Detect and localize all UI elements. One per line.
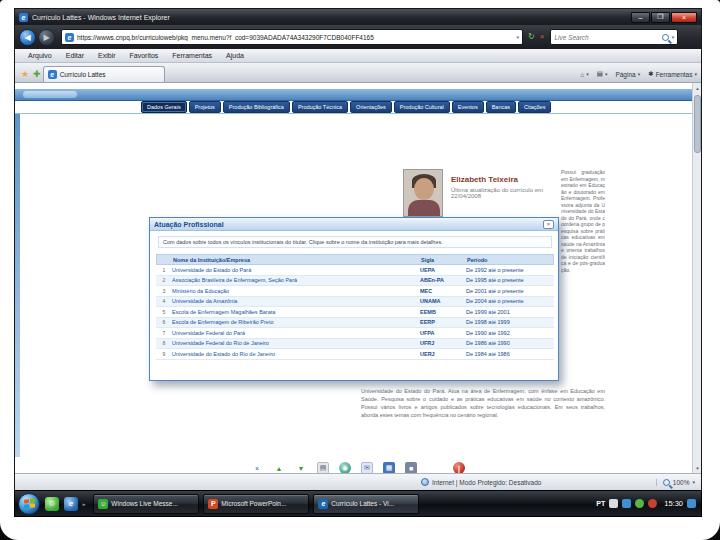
institution-periodo: De 1986 até 1990 [466,340,552,346]
save-icon[interactable]: ▦ [383,462,395,473]
lattes-tab-citacoes[interactable]: Citações [518,101,551,113]
dialog-title: Atuação Profissional [154,221,224,228]
help-icon[interactable]: ■ [405,462,417,473]
institution-link[interactable]: Ministério da Educação [172,288,420,294]
zoom-level: 100% [673,479,690,486]
refresh-icon[interactable]: ↻ [528,33,535,41]
address-favicon: e [65,33,74,42]
lattes-tab-bancas[interactable]: Bancas [486,101,516,113]
quicklaunch-chevron-icon[interactable]: » [82,501,85,507]
globe-icon[interactable]: ◉ [339,462,351,473]
messenger-icon: ☺ [98,499,108,509]
institution-sigla: UFPA [420,330,466,336]
institution-sigla: UFRJ [420,340,466,346]
lattes-tab-orientacoes[interactable]: Orientações [350,101,392,113]
print-icon[interactable]: ▤ [317,462,329,473]
institution-sigla: UNAMA [420,298,466,304]
home-button[interactable]: ⌂ ▾ [580,71,588,78]
tray-volume-icon[interactable] [648,499,657,508]
windows-taskbar: ☺ e » ☺ Windows Live Messe... P Microsof… [14,490,702,517]
favorites-star-icon[interactable]: ★ [21,69,29,79]
close-button[interactable]: × [671,12,697,23]
scrollbar-up-icon[interactable]: ▲ [693,83,701,93]
address-dropdown-icon[interactable]: ▾ [516,35,519,40]
browser-tab[interactable]: e Currículo Lattes [43,66,165,82]
institution-link[interactable]: Universidade Federal do Pará [172,330,420,336]
taskbar-button-ie[interactable]: e Currículo Lattes - Vi... [313,494,419,514]
zoom-control[interactable]: 100% ▾ [656,479,695,486]
institution-link[interactable]: Universidade Federal do Rio de Janeiro [172,340,420,346]
scroll-bottom-icon[interactable]: ▼ [295,462,307,473]
institution-periodo: De 1995 até o presente [466,277,552,283]
menu-editar[interactable]: Editar [59,52,91,59]
search-dropdown-icon[interactable]: ▾ [672,35,675,40]
address-input[interactable] [77,34,513,41]
tray-security-icon[interactable] [622,499,631,508]
dialog-title-bar[interactable]: Atuação Profissional × [150,218,558,231]
quicklaunch-messenger-icon[interactable]: ☺ [45,497,59,511]
institution-link[interactable]: Universidade do Estado do Rio de Janeiro [172,351,420,357]
title-bar[interactable]: e Currículo Lattes - Windows Internet Ex… [15,9,701,25]
start-button[interactable] [18,493,40,515]
lattes-tab-dados-gerais[interactable]: Dados Gerais [141,101,187,113]
minimize-button[interactable]: – [631,12,650,23]
address-box: e ▾ [61,29,523,45]
dialog-close-icon[interactable]: × [543,220,554,229]
institution-link[interactable]: Associação Brasileira de Enfermagem, Seç… [172,277,420,283]
menu-exibir[interactable]: Exibir [91,52,123,59]
institution-periodo: De 1990 até 1992 [466,330,552,336]
language-indicator[interactable]: PT [596,500,605,507]
header-sigla: Sigla [421,257,467,263]
scrollbar-down-icon[interactable]: ▼ [693,463,701,473]
zone-text: Internet | Modo Protegido: Desativado [432,479,541,486]
menu-ajuda[interactable]: Ajuda [219,52,251,59]
search-input[interactable] [554,34,658,41]
close-icon[interactable]: × [251,462,263,473]
lattes-tab-eventos[interactable]: Eventos [452,101,484,113]
zoom-caret-icon: ▾ [692,479,695,485]
email-icon[interactable]: ✉ [361,462,373,473]
command-bar: ⌂ ▾ ▤ ▾ Página ▾ ✱ Ferramentas ▾ [580,70,697,82]
maximize-button[interactable]: ❐ [651,12,670,23]
zoom-icon [663,479,670,486]
scrollbar-thumb[interactable] [694,95,701,153]
taskbar-button-powerpoint[interactable]: P Microsoft PowerPoin... [203,494,309,514]
lattes-tab-projetos[interactable]: Projetos [189,101,221,113]
menu-ferramentas[interactable]: Ferramentas [165,52,219,59]
search-icon[interactable] [662,34,669,41]
back-button[interactable]: ◀ [19,29,36,46]
tray-network-icon[interactable] [687,499,696,508]
page-menu-button[interactable]: Página ▾ [615,71,640,78]
power-icon[interactable]: | [453,462,465,473]
institution-link[interactable]: Escola de Enfermagem de Ribeirão Preto [172,319,420,325]
row-number: 6 [156,319,172,325]
menu-arquivo[interactable]: Arquivo [21,52,59,59]
print-button[interactable]: ▤ ▾ [597,70,608,78]
lattes-tab-producao-cultural[interactable]: Produção Cultural [394,101,450,113]
vertical-scrollbar[interactable]: ▲ ▼ [692,83,701,473]
print-icon: ▤ [597,70,603,78]
tray-update-icon[interactable] [635,499,644,508]
tools-menu-button[interactable]: ✱ Ferramentas ▾ [648,70,697,78]
lattes-tab-producao-bibliografica[interactable]: Produção Bibliográfica [223,101,290,113]
profile-photo [403,169,443,217]
scroll-top-icon[interactable]: ▲ [273,462,285,473]
row-number: 8 [156,340,172,346]
tray-messenger-icon[interactable] [609,499,618,508]
add-favorite-icon[interactable]: ✚ [33,69,41,79]
lattes-tab-producao-tecnica[interactable]: Produção Técnica [292,101,348,113]
print-caret-icon: ▾ [605,71,608,77]
stop-icon[interactable]: × [540,33,545,41]
tools-menu-label: Ferramentas [656,71,693,78]
institution-link[interactable]: Escola de Enfermagem Magalhães Barata [172,309,420,315]
forward-button[interactable]: ▶ [38,29,55,46]
tab-bar: ★ ✚ e Currículo Lattes ⌂ ▾ ▤ ▾ Página ▾ [15,63,701,83]
institution-link[interactable]: Universidade do Estado do Pará [172,267,420,273]
lattes-nav-tabs: Dados Gerais Projetos Produção Bibliográ… [15,101,701,114]
taskbar-button-messenger[interactable]: ☺ Windows Live Messe... [93,494,199,514]
quicklaunch-ie-icon[interactable]: e [64,497,78,511]
taskbar-clock[interactable]: 15:30 [664,499,683,508]
menu-favoritos[interactable]: Favoritos [123,52,166,59]
institution-link[interactable]: Universidade da Amazônia [172,298,420,304]
institution-sigla: EEMB [420,309,466,315]
